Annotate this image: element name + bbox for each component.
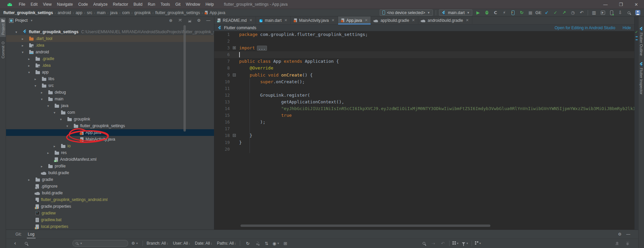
git-rollback-button[interactable]: ↶ <box>577 9 586 16</box>
code-line[interactable]: 15 true <box>214 112 634 119</box>
close-button[interactable]: ✕ <box>629 0 644 9</box>
tree-collapse-arrow[interactable]: ▸ <box>28 178 36 182</box>
reset-button[interactable]: ↶ <box>439 240 447 247</box>
collapse-all-button[interactable] <box>186 17 193 24</box>
editor-tab[interactable]: app\build.gradle✕ <box>371 16 418 24</box>
tree-item-folder[interactable]: ▸.idea <box>6 42 214 49</box>
run-configuration-selector[interactable]: main.dart ▼ <box>439 9 472 16</box>
code-line[interactable]: 13 getApplicationContext(), <box>214 99 634 105</box>
minimize-button[interactable]: — <box>598 0 613 9</box>
code-line[interactable]: 20 <box>214 146 634 153</box>
tree-item-folder[interactable]: ▾app <box>6 69 214 76</box>
tree-item-folder[interactable]: ▸res <box>6 149 214 156</box>
editor-tab[interactable]: android\build.gradle✕ <box>418 16 472 24</box>
tree-item-file[interactable]: .gitignore <box>6 183 214 190</box>
preview-diff-button[interactable]: ◉▼ <box>272 240 280 247</box>
tree-item-folder[interactable]: ▾com <box>6 109 214 116</box>
tree-expanded-arrow[interactable]: ▾ <box>21 50 29 54</box>
tree-collapse-arrow[interactable]: ▸ <box>21 37 29 41</box>
code-line[interactable]: 7public class App extends Application { <box>214 58 634 65</box>
editor-tab[interactable]: MainActivity.java✕ <box>291 16 338 24</box>
filter-button[interactable]: ▼ <box>461 240 469 247</box>
tree-item-folder[interactable]: ▾android <box>6 49 214 55</box>
tree-collapse-arrow[interactable]: ▸ <box>28 57 36 61</box>
tree-collapse-arrow[interactable]: ▸ <box>28 64 36 67</box>
code-line[interactable]: 2 <box>214 38 634 45</box>
code-line[interactable]: 9- public void onCreate() { <box>214 72 634 79</box>
tree-expanded-arrow[interactable]: ▾ <box>53 111 61 114</box>
tree-item-file[interactable]: local.properties <box>6 223 214 230</box>
sort-button[interactable]: ⇅ <box>263 240 271 247</box>
close-icon[interactable]: ✕ <box>331 18 334 22</box>
menu-item-git[interactable]: Git <box>173 0 183 9</box>
presentation-button[interactable]: ▼ <box>474 240 482 247</box>
menu-item-file[interactable]: File <box>16 0 28 9</box>
log-filter-user[interactable]: User: All↕ <box>173 241 190 246</box>
close-icon[interactable]: ✕ <box>284 18 287 22</box>
tree-item-file[interactable]: gradlew <box>6 210 214 216</box>
editor-horizontal-scrollbar[interactable] <box>240 225 631 227</box>
expand-all-button[interactable] <box>176 17 184 24</box>
git-update-button[interactable]: ↙ <box>542 9 551 16</box>
log-filter-branch[interactable]: Branch: All↕ <box>147 241 168 246</box>
search-icon[interactable] <box>22 240 30 247</box>
git-log-tab[interactable]: Log <box>28 232 35 237</box>
go-to-hash-button[interactable]: ⇢ <box>429 240 437 247</box>
search-everywhere-button[interactable] <box>625 9 633 16</box>
tree-item-file[interactable]: flutter_grouplink_settings_android.iml <box>6 196 214 203</box>
close-icon[interactable]: ✕ <box>412 18 415 22</box>
running-devices-button[interactable]: ▶ <box>598 9 607 16</box>
tree-collapse-arrow[interactable]: ▸ <box>47 151 55 155</box>
tree-collapse-arrow[interactable]: ▸ <box>21 44 29 47</box>
close-icon[interactable]: ✕ <box>365 18 368 22</box>
menu-item-code[interactable]: Code <box>75 0 91 9</box>
tree-item-file[interactable]: build.gradle <box>6 169 214 176</box>
open-in-android-studio-link[interactable]: Open for Editing in Android Studio <box>555 26 615 30</box>
tree-item-file[interactable]: gradlew.bat <box>6 216 214 223</box>
breadcrumb-item[interactable]: com <box>122 10 130 15</box>
code-line[interactable]: 11 <box>214 85 634 92</box>
close-icon[interactable]: ✕ <box>466 18 469 22</box>
tree-item-folder[interactable]: ▾flutter_grouplink_settingsC:\Users\EMMA… <box>6 29 214 35</box>
code-line[interactable]: 18- } <box>214 132 634 139</box>
tree-item-file[interactable]: App.java <box>6 129 214 136</box>
breadcrumb-item[interactable]: src <box>87 10 92 15</box>
attach-debugger-button[interactable]: ⚡ <box>500 9 508 16</box>
settings-button[interactable]: ⚙ <box>618 232 622 237</box>
breadcrumb-item[interactable]: java <box>110 10 117 15</box>
tree-item-file[interactable]: MainActivity.java <box>6 136 214 143</box>
new-log-tab-button[interactable]: ⊞ <box>281 240 289 247</box>
tree-expanded-arrow[interactable]: ▾ <box>40 97 48 101</box>
menu-item-window[interactable]: Window <box>183 0 203 9</box>
editor-tab[interactable]: README.md✕ <box>214 16 256 24</box>
menu-item-navigate[interactable]: Navigate <box>54 0 75 9</box>
tree-collapse-arrow[interactable]: ▸ <box>34 77 42 81</box>
tree-expanded-arrow[interactable]: ▾ <box>15 30 23 34</box>
git-commit-button[interactable]: ✓ <box>551 9 560 16</box>
cherry-pick-button[interactable] <box>253 240 261 247</box>
code-editor[interactable]: 1package com.grouplink.flutter_grouplink… <box>214 31 634 230</box>
breadcrumb-item[interactable]: grouplink <box>134 10 151 15</box>
profiler-button[interactable]: C <box>491 9 500 16</box>
sidebar-tab-commit[interactable]: Commit <box>0 40 6 60</box>
code-line[interactable]: 14 "eyJhbGciOiJIUzI1NiIsInR5cCI6IkpXVCJ9… <box>214 105 634 112</box>
log-filter-input[interactable]: ▼ <box>72 240 128 247</box>
breadcrumb-item[interactable]: app <box>75 10 82 15</box>
tree-item-folder[interactable]: ▸.idea <box>6 62 214 69</box>
tree-item-folder[interactable]: ▸gradle <box>6 176 214 183</box>
tree-item-file[interactable]: gradle.properties <box>6 203 214 210</box>
search-in-log-button[interactable] <box>420 240 428 247</box>
tree-item-folder[interactable]: ▾main <box>6 96 214 102</box>
menu-item-refactor[interactable]: Refactor <box>110 0 131 9</box>
refresh-log-button[interactable]: ↻ <box>244 240 252 247</box>
expand-all-button[interactable] <box>624 240 632 247</box>
git-push-button[interactable]: ↗ <box>560 9 569 16</box>
tree-item-folder[interactable]: ▸profile <box>6 163 214 169</box>
menu-item-view[interactable]: View <box>40 0 54 9</box>
code-line[interactable]: 17 <box>214 126 634 132</box>
close-icon[interactable]: ✕ <box>249 18 252 22</box>
project-scrollbar[interactable] <box>183 25 186 132</box>
tree-item-folder[interactable]: ▸libs <box>6 76 214 82</box>
stop-button[interactable]: ■ <box>526 9 535 16</box>
settings-button[interactable]: ⚙ <box>195 17 203 24</box>
